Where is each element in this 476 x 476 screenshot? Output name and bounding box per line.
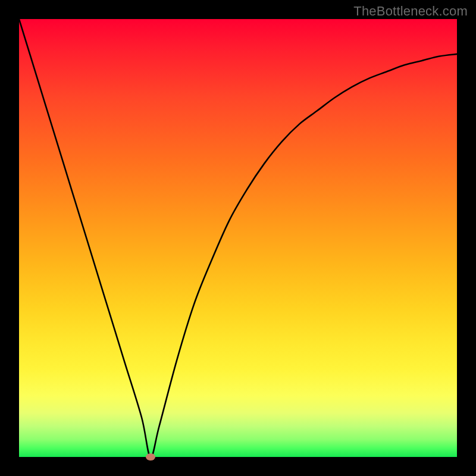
minimum-marker bbox=[146, 453, 155, 461]
plot-area bbox=[19, 19, 457, 457]
bottleneck-curve bbox=[19, 19, 457, 457]
chart-frame: TheBottleneck.com bbox=[0, 0, 476, 476]
watermark-text: TheBottleneck.com bbox=[353, 4, 468, 19]
